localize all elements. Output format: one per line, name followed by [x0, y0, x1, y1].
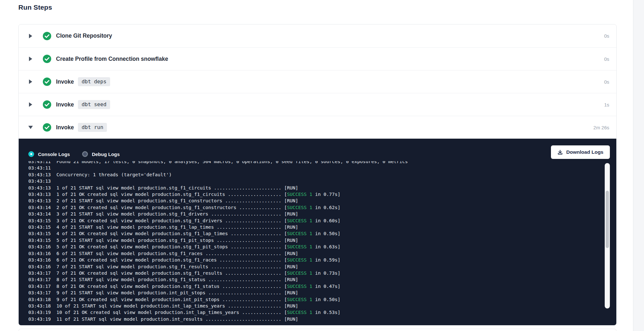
log-line: 03:43:15 4 of 21 OK created sql view mod… [28, 230, 601, 237]
log-line: 03:43:13 Concurrency: 1 threads (target=… [28, 171, 601, 178]
log-line: 03:43:16 6 of 21 START sql view model pr… [28, 250, 601, 257]
status-success-icon [43, 32, 51, 40]
step-row[interactable]: Clone Git Repository 0s [19, 24, 616, 47]
step-row[interactable]: Invoke dbt seed 1s [19, 93, 616, 116]
log-line: 03:43:14 2 of 21 OK created sql view mod… [28, 204, 601, 211]
chevron-right-icon[interactable] [28, 57, 33, 61]
log-line: 03:43:16 5 of 21 OK created sql view mod… [28, 244, 601, 250]
run-steps-list: Clone Git Repository 0s Create Profile f… [19, 24, 616, 139]
log-lines: 03:43:11 Found 21 models, 17 tests, 0 sn… [28, 161, 601, 322]
page-title: Run Steps [18, 4, 52, 11]
tab-console-logs-label: Console Logs [38, 152, 70, 157]
log-line: 03:43:19 11 of 21 START sql view model p… [28, 316, 601, 322]
status-success-icon [43, 100, 51, 109]
chevron-down-icon[interactable] [28, 126, 33, 129]
next-step-card-edge [18, 329, 617, 331]
download-logs-label: Download Logs [566, 149, 603, 155]
step-duration: 2m 26s [593, 125, 609, 130]
step-row[interactable]: Invoke dbt deps 0s [19, 70, 616, 93]
log-line: 03:43:17 8 of 21 OK created sql view mod… [28, 283, 601, 290]
log-scrollbar-thumb[interactable] [606, 191, 609, 248]
step-row[interactable]: Create Profile from Connection snowflake… [19, 47, 616, 70]
download-icon [557, 150, 563, 155]
log-line: 03:43:18 9 of 21 OK created sql view mod… [28, 296, 601, 303]
chevron-right-icon[interactable] [28, 79, 33, 84]
log-line: 03:43:13 2 of 21 START sql view model pr… [28, 198, 601, 204]
log-line: 03:43:11 Found 21 models, 17 tests, 0 sn… [28, 161, 601, 165]
log-line: 03:43:13 1 of 21 START sql view model pr… [28, 185, 601, 191]
adjacent-panel-strip [633, 0, 644, 331]
chevron-right-icon[interactable] [28, 34, 33, 38]
tab-console-logs[interactable]: Console Logs [28, 151, 70, 157]
log-line: 03:43:14 3 of 21 START sql view model pr… [28, 211, 601, 217]
status-success-icon [43, 55, 51, 63]
log-line: 03:43:19 10 of 21 OK created sql view mo… [28, 309, 601, 316]
log-line: 03:43:13 [28, 178, 601, 184]
step-title: Clone Git Repository [56, 32, 112, 39]
log-line: 03:43:13 1 of 21 OK created sql view mod… [28, 191, 601, 198]
step-row[interactable]: Invoke dbt run 2m 26s [19, 116, 616, 139]
run-detail-page: Run Steps Clone Git Repository 0s Create… [0, 0, 644, 331]
chevron-right-icon[interactable] [28, 102, 33, 107]
step-command-badge: dbt deps [78, 77, 110, 86]
log-line: 03:43:15 3 of 21 OK created sql view mod… [28, 217, 601, 224]
status-success-icon [43, 123, 51, 132]
step-command-badge: dbt run [78, 123, 107, 132]
log-line: 03:43:16 7 of 21 START sql view model pr… [28, 263, 601, 270]
step-duration: 1s [604, 102, 609, 107]
step-title: Invoke [56, 78, 74, 85]
log-line: 03:43:16 6 of 21 OK created sql view mod… [28, 257, 601, 263]
log-line: 03:43:17 7 of 21 OK created sql view mod… [28, 270, 601, 276]
log-line: 03:43:18 10 of 21 START sql view model p… [28, 303, 601, 309]
step-duration: 0s [604, 33, 609, 39]
log-line: 03:43:17 8 of 21 START sql view model pr… [28, 276, 601, 283]
log-line: 03:43:15 5 of 21 START sql view model pr… [28, 237, 601, 244]
step-duration: 0s [604, 56, 609, 62]
step-title: Invoke [56, 101, 74, 108]
radio-unselected-icon[interactable] [82, 151, 88, 157]
radio-selected-icon[interactable] [28, 151, 34, 157]
step-title: Invoke [56, 124, 74, 131]
tab-debug-logs-label: Debug Logs [92, 152, 120, 157]
log-line: 03:43:11 [28, 165, 601, 171]
download-logs-button[interactable]: Download Logs [551, 145, 610, 159]
console-log-panel: Console Logs Debug Logs Download Logs 03… [19, 139, 616, 325]
log-tabs: Console Logs Debug Logs [28, 151, 120, 157]
step-duration: 0s [604, 79, 609, 85]
tab-debug-logs[interactable]: Debug Logs [82, 151, 120, 157]
status-success-icon [43, 78, 51, 86]
log-line: 03:43:15 4 of 21 START sql view model pr… [28, 224, 601, 230]
step-title: Create Profile from Connection snowflake [56, 56, 168, 62]
run-steps-panel: Clone Git Repository 0s Create Profile f… [18, 24, 617, 326]
console-log-output[interactable]: 03:43:11 Found 21 models, 17 tests, 0 sn… [28, 161, 601, 323]
log-line: 03:43:17 9 of 21 START sql view model pr… [28, 290, 601, 296]
step-command-badge: dbt seed [78, 100, 110, 109]
log-scrollbar-track[interactable] [605, 163, 610, 308]
